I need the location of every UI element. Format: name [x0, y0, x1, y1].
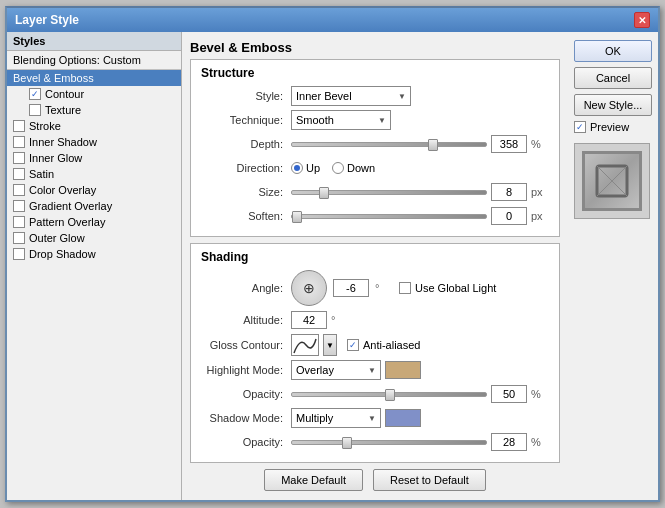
- color-overlay-checkbox[interactable]: [13, 184, 25, 196]
- direction-control: Up Down: [291, 162, 549, 174]
- anti-aliased-text: Anti-aliased: [363, 339, 420, 351]
- highlight-opacity-thumb[interactable]: [385, 389, 395, 401]
- shadow-opacity-track[interactable]: [291, 440, 487, 445]
- highlight-opacity-label: Opacity:: [201, 388, 291, 400]
- sidebar-item-inner-glow[interactable]: Inner Glow: [7, 150, 181, 166]
- size-row: Size: px: [201, 182, 549, 202]
- shadow-color-swatch[interactable]: [385, 409, 421, 427]
- angle-unit: °: [375, 282, 393, 294]
- stroke-checkbox[interactable]: [13, 120, 25, 132]
- global-light-text: Use Global Light: [415, 282, 496, 294]
- size-control: px: [291, 183, 549, 201]
- highlight-opacity-input[interactable]: [491, 385, 527, 403]
- shading-section: Shading Angle: ⊕ ° Use Gl: [190, 243, 560, 463]
- preview-checkbox-group: Preview: [574, 121, 652, 133]
- anti-aliased-checkbox[interactable]: [347, 339, 359, 351]
- depth-row: Depth: %: [201, 134, 549, 154]
- sidebar-item-inner-shadow[interactable]: Inner Shadow: [7, 134, 181, 150]
- cancel-button[interactable]: Cancel: [574, 67, 652, 89]
- depth-slider-thumb[interactable]: [428, 139, 438, 151]
- new-style-button[interactable]: New Style...: [574, 94, 652, 116]
- soften-unit: px: [531, 210, 549, 222]
- highlight-mode-select[interactable]: Overlay ▼: [291, 360, 381, 380]
- global-light-label[interactable]: Use Global Light: [399, 282, 496, 294]
- shadow-opacity-control: %: [291, 433, 549, 451]
- highlight-opacity-track[interactable]: [291, 392, 487, 397]
- soften-row: Soften: px: [201, 206, 549, 226]
- left-panel: Styles Blending Options: Custom Bevel & …: [7, 32, 182, 500]
- shadow-opacity-label: Opacity:: [201, 436, 291, 448]
- direction-up-item[interactable]: Up: [291, 162, 320, 174]
- direction-up-label: Up: [306, 162, 320, 174]
- technique-select-arrow: ▼: [378, 116, 386, 125]
- soften-input[interactable]: [491, 207, 527, 225]
- altitude-input[interactable]: [291, 311, 327, 329]
- sidebar-item-contour[interactable]: Contour: [7, 86, 181, 102]
- gradient-overlay-checkbox[interactable]: [13, 200, 25, 212]
- soften-label: Soften:: [201, 210, 291, 222]
- direction-down-radio[interactable]: [332, 162, 344, 174]
- gloss-contour-control: ▼ Anti-aliased: [291, 334, 549, 356]
- contour-dropdown-arrow[interactable]: ▼: [323, 334, 337, 356]
- angle-wheel-group: ⊕ ° Use Global Light: [291, 270, 496, 306]
- texture-checkbox[interactable]: [29, 104, 41, 116]
- gloss-contour-label: Gloss Contour:: [201, 339, 291, 351]
- blending-options-item[interactable]: Blending Options: Custom: [7, 51, 181, 70]
- sidebar-item-bevel-emboss[interactable]: Bevel & Emboss: [7, 70, 181, 86]
- angle-control: ⊕ ° Use Global Light: [291, 270, 549, 306]
- angle-label: Angle:: [201, 282, 291, 294]
- pattern-overlay-checkbox[interactable]: [13, 216, 25, 228]
- satin-checkbox[interactable]: [13, 168, 25, 180]
- shading-title: Shading: [201, 250, 549, 264]
- style-control: Inner Bevel ▼: [291, 86, 549, 106]
- gloss-contour-row: Gloss Contour: ▼ Anti-aliased: [201, 334, 549, 356]
- technique-select[interactable]: Smooth ▼: [291, 110, 391, 130]
- shadow-mode-select[interactable]: Multiply ▼: [291, 408, 381, 428]
- shadow-opacity-input[interactable]: [491, 433, 527, 451]
- sidebar-item-outer-glow[interactable]: Outer Glow: [7, 230, 181, 246]
- reset-to-default-button[interactable]: Reset to Default: [373, 469, 486, 491]
- shadow-select-arrow: ▼: [368, 414, 376, 423]
- angle-input[interactable]: [333, 279, 369, 297]
- sidebar-item-color-overlay[interactable]: Color Overlay: [7, 182, 181, 198]
- angle-row: Angle: ⊕ ° Use Global Light: [201, 270, 549, 306]
- depth-input[interactable]: [491, 135, 527, 153]
- sidebar-item-pattern-overlay[interactable]: Pattern Overlay: [7, 214, 181, 230]
- direction-down-item[interactable]: Down: [332, 162, 375, 174]
- outer-glow-checkbox[interactable]: [13, 232, 25, 244]
- main-content: Bevel & Emboss Structure Style: Inner Be…: [182, 32, 568, 500]
- preview-checkbox[interactable]: [574, 121, 586, 133]
- shadow-opacity-row: Opacity: %: [201, 432, 549, 452]
- depth-slider-track[interactable]: [291, 142, 487, 147]
- button-panel: OK Cancel New Style... Preview: [568, 32, 658, 500]
- angle-wheel[interactable]: ⊕: [291, 270, 327, 306]
- drop-shadow-checkbox[interactable]: [13, 248, 25, 260]
- make-default-button[interactable]: Make Default: [264, 469, 363, 491]
- inner-glow-checkbox[interactable]: [13, 152, 25, 164]
- size-input[interactable]: [491, 183, 527, 201]
- style-select[interactable]: Inner Bevel ▼: [291, 86, 411, 106]
- sidebar-item-gradient-overlay[interactable]: Gradient Overlay: [7, 198, 181, 214]
- anti-aliased-label[interactable]: Anti-aliased: [347, 339, 420, 351]
- contour-preview[interactable]: [291, 334, 319, 356]
- direction-up-radio[interactable]: [291, 162, 303, 174]
- soften-slider-track[interactable]: [291, 214, 487, 219]
- ok-button[interactable]: OK: [574, 40, 652, 62]
- color-overlay-label: Color Overlay: [29, 184, 96, 196]
- inner-shadow-checkbox[interactable]: [13, 136, 25, 148]
- style-select-arrow: ▼: [398, 92, 406, 101]
- highlight-color-swatch[interactable]: [385, 361, 421, 379]
- sidebar-item-stroke[interactable]: Stroke: [7, 118, 181, 134]
- contour-checkbox[interactable]: [29, 88, 41, 100]
- shadow-opacity-thumb[interactable]: [342, 437, 352, 449]
- size-slider-track[interactable]: [291, 190, 487, 195]
- global-light-checkbox[interactable]: [399, 282, 411, 294]
- soften-slider-thumb[interactable]: [292, 211, 302, 223]
- altitude-unit: °: [331, 314, 349, 326]
- sidebar-item-drop-shadow[interactable]: Drop Shadow: [7, 246, 181, 262]
- highlight-opacity-slider-container: %: [291, 385, 549, 403]
- size-slider-thumb[interactable]: [319, 187, 329, 199]
- sidebar-item-satin[interactable]: Satin: [7, 166, 181, 182]
- close-button[interactable]: ✕: [634, 12, 650, 28]
- sidebar-item-texture[interactable]: Texture: [7, 102, 181, 118]
